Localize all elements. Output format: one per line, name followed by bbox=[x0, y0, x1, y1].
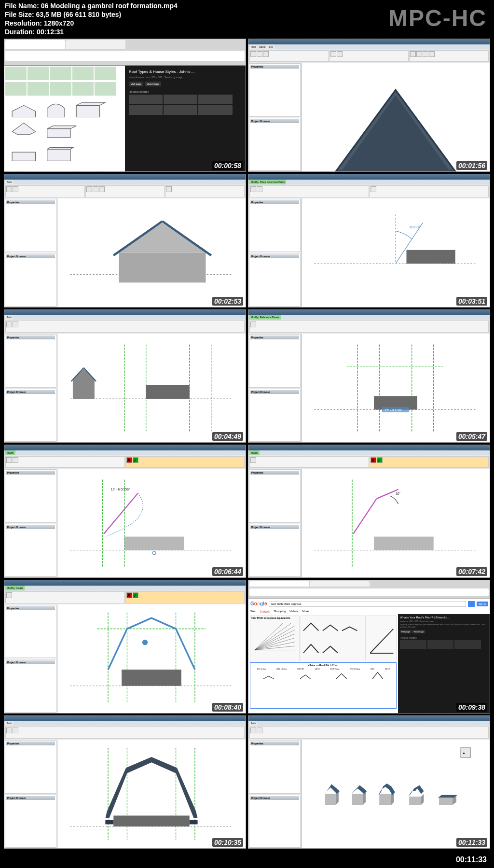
revit-titlebar bbox=[248, 174, 490, 180]
thumbnail-4[interactable]: Modify | Place Reference Plane Propertie… bbox=[248, 174, 490, 307]
ribbon-tab: Modify bbox=[249, 450, 260, 455]
revit-titlebar bbox=[248, 39, 490, 44]
revit-titlebar bbox=[4, 580, 246, 586]
revit-ribbon: Modify | Place Reference Plane bbox=[248, 180, 490, 198]
browser-tab bbox=[5, 40, 65, 49]
revit-sidebar: Properties Project Browser bbox=[248, 63, 302, 171]
ribbon-tab: Modify | Create bbox=[5, 586, 25, 590]
svg-line-41 bbox=[377, 490, 398, 499]
svg-point-36 bbox=[152, 551, 156, 555]
svg-rect-33 bbox=[124, 537, 184, 550]
svg-line-52 bbox=[254, 646, 295, 650]
svg-text:30.00°: 30.00° bbox=[409, 225, 420, 229]
svg-line-58 bbox=[254, 623, 291, 650]
svg-line-57 bbox=[254, 626, 295, 650]
thumbnail-11[interactable]: Arch Properties Project Browser bbox=[4, 715, 246, 849]
thumbnail-2[interactable]: ArchStructSys Properties Project Browser… bbox=[248, 39, 490, 172]
thumbnail-6[interactable]: Modify | Reference Planes Properties Pro… bbox=[248, 309, 490, 443]
svg-text:▲: ▲ bbox=[462, 751, 466, 755]
svg-marker-74 bbox=[352, 794, 363, 805]
revit-titlebar bbox=[248, 445, 490, 450]
revit-titlebar bbox=[248, 716, 490, 721]
search-detail-panel: Roof Types & House Styles - John's ... w… bbox=[125, 66, 246, 171]
thumbnail-1[interactable]: Roof Types & House Styles - John's ... w… bbox=[4, 39, 246, 172]
thumbnail-12[interactable]: Arch Properties Project Browser bbox=[248, 715, 490, 849]
revit-ribbon: Arch bbox=[248, 721, 490, 740]
ribbon-tab: Arch bbox=[249, 721, 257, 726]
svg-rect-49 bbox=[122, 670, 181, 686]
revit-canvas bbox=[57, 604, 246, 713]
thumbnail-3[interactable]: Arch Properties Project Browser Click to… bbox=[4, 174, 246, 307]
thumbnail-grid: Roof Types & House Styles - John's ... w… bbox=[4, 39, 490, 849]
revit-canvas: 30.00° bbox=[302, 198, 490, 307]
svg-rect-9 bbox=[406, 250, 455, 264]
svg-marker-4 bbox=[116, 223, 208, 252]
revit-ribbon: ArchStructSys bbox=[248, 44, 490, 63]
revit-canvas bbox=[57, 198, 246, 307]
search-button[interactable] bbox=[468, 601, 475, 607]
revit-sidebar: Properties Project Browser bbox=[248, 334, 302, 442]
revit-sidebar: Properties Project Browser bbox=[248, 469, 302, 577]
thumbnail-10[interactable]: Google Sign in WebImagesShoppingVideosMo… bbox=[248, 580, 490, 713]
revit-titlebar bbox=[248, 310, 490, 315]
thumbnail-5[interactable]: Arch Properties Project Browser bbox=[4, 309, 246, 443]
revit-canvas: 12' - 6 0/256" bbox=[57, 469, 246, 577]
revit-sidebar: Properties Project Browser bbox=[4, 740, 57, 848]
browser-chrome bbox=[248, 580, 490, 599]
revit-ribbon: Modify | Create ✗✓ bbox=[4, 586, 246, 604]
ribbon-tab: Arch bbox=[5, 721, 13, 726]
svg-text:15' - 0 1/16": 15' - 0 1/16" bbox=[385, 408, 402, 412]
revit-ribbon: Modify ✗✓ bbox=[248, 450, 490, 469]
svg-marker-76 bbox=[351, 785, 367, 794]
revit-canvas: ▲ bbox=[302, 740, 490, 848]
timestamp: 00:05:47 bbox=[456, 432, 487, 441]
google-search-bar: Google Sign in bbox=[248, 599, 490, 609]
svg-rect-20 bbox=[146, 385, 190, 399]
svg-rect-39 bbox=[374, 537, 434, 550]
svg-line-40 bbox=[353, 499, 376, 534]
revit-canvas bbox=[57, 740, 246, 848]
timestamp: 00:09:38 bbox=[456, 703, 487, 712]
timestamp: 00:04:49 bbox=[212, 432, 243, 441]
svg-text:30°: 30° bbox=[396, 492, 400, 495]
svg-line-59 bbox=[254, 623, 283, 650]
browser-tab bbox=[66, 40, 125, 49]
thumbnail-8[interactable]: Modify ✗✓ Properties Project Browser 30° bbox=[248, 445, 490, 578]
svg-marker-82 bbox=[409, 797, 421, 805]
timestamp: 00:06:44 bbox=[212, 567, 243, 576]
address-bar bbox=[249, 588, 489, 596]
thumbnail-7[interactable]: Modify ✗✓ Properties Project Browser 12'… bbox=[4, 445, 246, 578]
svg-line-34 bbox=[104, 493, 138, 534]
timestamp: 00:08:40 bbox=[212, 703, 243, 712]
svg-rect-67 bbox=[105, 820, 113, 824]
timestamp: 00:11:33 bbox=[456, 838, 487, 847]
address-bar bbox=[5, 51, 245, 61]
browser-chrome bbox=[4, 39, 246, 66]
app-logo: MPC-HC bbox=[388, 5, 487, 31]
ribbon-tab: Sys bbox=[267, 44, 274, 49]
ribbon-tab: Modify bbox=[5, 450, 15, 455]
revit-sidebar: Properties Project Browser bbox=[4, 604, 57, 713]
svg-marker-84 bbox=[408, 785, 424, 797]
svg-marker-1 bbox=[342, 96, 450, 171]
svg-rect-68 bbox=[190, 820, 198, 824]
svg-rect-66 bbox=[113, 815, 189, 826]
ribbon-tab: Modify | Place Reference Plane bbox=[249, 180, 286, 184]
revit-canvas bbox=[302, 63, 490, 171]
ribbon-tab: Modify | Reference Planes bbox=[249, 315, 281, 320]
thumbnail-9[interactable]: Modify | Create ✗✓ Properties Project Br… bbox=[4, 580, 246, 713]
browser-tab bbox=[249, 581, 309, 587]
revit-statusbar: Click to select, TAB for alternates, CTR… bbox=[4, 307, 246, 308]
svg-marker-72 bbox=[324, 784, 340, 794]
revit-sidebar: Properties Project Browser bbox=[4, 469, 57, 577]
svg-marker-80 bbox=[378, 784, 395, 795]
svg-point-50 bbox=[142, 640, 148, 645]
ribbon-tab: Arch bbox=[5, 315, 13, 320]
search-input[interactable] bbox=[269, 601, 466, 607]
google-logo: Google bbox=[250, 601, 267, 606]
sign-in-button[interactable]: Sign in bbox=[477, 602, 488, 606]
revit-canvas: 30° bbox=[302, 469, 490, 577]
google-nav: WebImagesShoppingVideosMore bbox=[248, 609, 490, 614]
revit-titlebar bbox=[4, 174, 246, 180]
file-info: File Name: 06 Modeling a gambrel roof fo… bbox=[5, 1, 178, 36]
